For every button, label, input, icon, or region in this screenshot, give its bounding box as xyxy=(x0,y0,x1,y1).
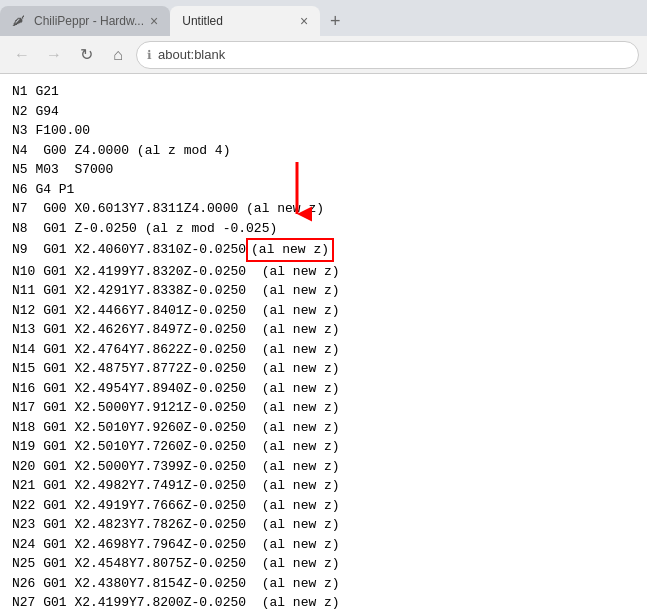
line-content: G00 Z4.0000 (al z mod 4) xyxy=(28,141,231,161)
line-content: G01 X2.4060Y7.8310Z-0.0250 xyxy=(28,240,246,260)
line-num: N22 xyxy=(12,496,35,516)
line-num: N27 xyxy=(12,593,35,610)
line-content: G01 X2.4919Y7.7666Z-0.0250 (al new z) xyxy=(35,496,339,516)
line-num: N12 xyxy=(12,301,35,321)
line-content: G01 X2.4982Y7.7491Z-0.0250 (al new z) xyxy=(35,476,339,496)
reload-button[interactable]: ↻ xyxy=(72,41,100,69)
tab-title-2: Untitled xyxy=(182,14,294,28)
code-line-n15: N15 G01 X2.4875Y7.8772Z-0.0250 (al new z… xyxy=(12,359,635,379)
address-bar[interactable]: ℹ about:blank xyxy=(136,41,639,69)
line-num: N25 xyxy=(12,554,35,574)
content-area[interactable]: N1 G21 N2 G94 N3 F100.00 N4 G00 Z4.0000 … xyxy=(0,74,647,610)
line-num: N19 xyxy=(12,437,35,457)
line-content: F100.00 xyxy=(28,121,90,141)
code-line-n11: N11 G01 X2.4291Y7.8338Z-0.0250 (al new z… xyxy=(12,281,635,301)
line-num: N13 xyxy=(12,320,35,340)
code-line-n14: N14 G01 X2.4764Y7.8622Z-0.0250 (al new z… xyxy=(12,340,635,360)
line-content: M03 S7000 xyxy=(28,160,114,180)
tab-untitled[interactable]: Untitled × xyxy=(170,6,320,36)
line-num: N4 xyxy=(12,141,28,161)
browser-frame: 🌶 ChiliPeppr - Hardw... × Untitled × + ←… xyxy=(0,0,647,610)
line-num: N17 xyxy=(12,398,35,418)
line-content: G01 X2.4823Y7.7826Z-0.0250 (al new z) xyxy=(35,515,339,535)
line-content: G01 X2.5000Y7.9121Z-0.0250 (al new z) xyxy=(35,398,339,418)
line-num: N14 xyxy=(12,340,35,360)
line-num: N23 xyxy=(12,515,35,535)
code-line-n26: N26 G01 X2.4380Y7.8154Z-0.0250 (al new z… xyxy=(12,574,635,594)
line-content: G4 P1 xyxy=(28,180,75,200)
code-line-n18: N18 G01 X2.5010Y7.9260Z-0.0250 (al new z… xyxy=(12,418,635,438)
code-line-n13: N13 G01 X2.4626Y7.8497Z-0.0250 (al new z… xyxy=(12,320,635,340)
code-line-n10: N10 G01 X2.4199Y7.8320Z-0.0250 (al new z… xyxy=(12,262,635,282)
code-line-n4: N4 G00 Z4.0000 (al z mod 4) xyxy=(12,141,635,161)
line-num: N10 xyxy=(12,262,35,282)
line-content: G00 X0.6013Y7.8311Z4.0000 (al new z) xyxy=(28,199,324,219)
line-content: G21 xyxy=(28,82,59,102)
line-content: G01 X2.4954Y7.8940Z-0.0250 (al new z) xyxy=(35,379,339,399)
forward-button[interactable]: → xyxy=(40,41,68,69)
tab-favicon-1: 🌶 xyxy=(12,13,28,29)
code-line-n19: N19 G01 X2.5010Y7.7260Z-0.0250 (al new z… xyxy=(12,437,635,457)
line-num: N21 xyxy=(12,476,35,496)
line-num: N20 xyxy=(12,457,35,477)
code-line-n1: N1 G21 xyxy=(12,82,635,102)
line-content: G01 X2.4698Y7.7964Z-0.0250 (al new z) xyxy=(35,535,339,555)
line-num: N8 xyxy=(12,219,28,239)
line-content: G01 X2.5010Y7.9260Z-0.0250 (al new z) xyxy=(35,418,339,438)
tab-title-1: ChiliPeppr - Hardw... xyxy=(34,14,144,28)
code-line-n20: N20 G01 X2.5000Y7.7399Z-0.0250 (al new z… xyxy=(12,457,635,477)
line-content: G01 Z-0.0250 (al z mod -0.025) xyxy=(28,219,278,239)
line-num: N6 xyxy=(12,180,28,200)
line-content: G01 X2.5000Y7.7399Z-0.0250 (al new z) xyxy=(35,457,339,477)
line-num: N9 xyxy=(12,240,28,260)
line-content: G01 X2.4199Y7.8200Z-0.0250 (al new z) xyxy=(35,593,339,610)
line-num: N2 xyxy=(12,102,28,122)
line-content: G01 X2.4548Y7.8075Z-0.0250 (al new z) xyxy=(35,554,339,574)
code-line-n9: N9 G01 X2.4060Y7.8310Z-0.0250 (al new z) xyxy=(12,238,635,262)
code-line-n12: N12 G01 X2.4466Y7.8401Z-0.0250 (al new z… xyxy=(12,301,635,321)
line-content: G01 X2.4875Y7.8772Z-0.0250 (al new z) xyxy=(35,359,339,379)
tab-bar: 🌶 ChiliPeppr - Hardw... × Untitled × + xyxy=(0,0,647,36)
browser-toolbar: ← → ↻ ⌂ ℹ about:blank xyxy=(0,36,647,74)
code-line-n23: N23 G01 X2.4823Y7.7826Z-0.0250 (al new z… xyxy=(12,515,635,535)
address-text: about:blank xyxy=(158,47,225,62)
code-line-n17: N17 G01 X2.5000Y7.9121Z-0.0250 (al new z… xyxy=(12,398,635,418)
line-num: N15 xyxy=(12,359,35,379)
code-line-n5: N5 M03 S7000 xyxy=(12,160,635,180)
code-line-n25: N25 G01 X2.4548Y7.8075Z-0.0250 (al new z… xyxy=(12,554,635,574)
code-line-n27: N27 G01 X2.4199Y7.8200Z-0.0250 (al new z… xyxy=(12,593,635,610)
line-num: N1 xyxy=(12,82,28,102)
code-line-n21: N21 G01 X2.4982Y7.7491Z-0.0250 (al new z… xyxy=(12,476,635,496)
tab-close-2[interactable]: × xyxy=(300,14,308,28)
line-content: G01 X2.4764Y7.8622Z-0.0250 (al new z) xyxy=(35,340,339,360)
new-tab-button[interactable]: + xyxy=(320,6,350,36)
line-num: N16 xyxy=(12,379,35,399)
line-content: G01 X2.4199Y7.8320Z-0.0250 (al new z) xyxy=(35,262,339,282)
code-line-n2: N2 G94 xyxy=(12,102,635,122)
tab-chilipeppr[interactable]: 🌶 ChiliPeppr - Hardw... × xyxy=(0,6,170,36)
line-num: N5 xyxy=(12,160,28,180)
line-content: G01 X2.4466Y7.8401Z-0.0250 (al new z) xyxy=(35,301,339,321)
line-num: N7 xyxy=(12,199,28,219)
line-content: G01 X2.4291Y7.8338Z-0.0250 (al new z) xyxy=(35,281,339,301)
annotation-arrow xyxy=(282,162,312,222)
home-button[interactable]: ⌂ xyxy=(104,41,132,69)
line-num: N18 xyxy=(12,418,35,438)
line-content: G01 X2.4626Y7.8497Z-0.0250 (al new z) xyxy=(35,320,339,340)
line-content: G94 xyxy=(28,102,59,122)
back-button[interactable]: ← xyxy=(8,41,36,69)
line-content: G01 X2.4380Y7.8154Z-0.0250 (al new z) xyxy=(35,574,339,594)
tab-close-1[interactable]: × xyxy=(150,14,158,28)
line-content: G01 X2.5010Y7.7260Z-0.0250 (al new z) xyxy=(35,437,339,457)
code-line-n8: N8 G01 Z-0.0250 (al z mod -0.025) xyxy=(12,219,635,239)
highlight-text: (al new z) xyxy=(246,238,334,262)
lock-icon: ℹ xyxy=(147,48,152,62)
code-line-n7: N7 G00 X0.6013Y7.8311Z4.0000 (al new z) xyxy=(12,199,635,219)
code-line-n16: N16 G01 X2.4954Y7.8940Z-0.0250 (al new z… xyxy=(12,379,635,399)
code-line-n6: N6 G4 P1 xyxy=(12,180,635,200)
line-num: N24 xyxy=(12,535,35,555)
code-line-n24: N24 G01 X2.4698Y7.7964Z-0.0250 (al new z… xyxy=(12,535,635,555)
line-num: N11 xyxy=(12,281,35,301)
line-num: N3 xyxy=(12,121,28,141)
code-line-n3: N3 F100.00 xyxy=(12,121,635,141)
